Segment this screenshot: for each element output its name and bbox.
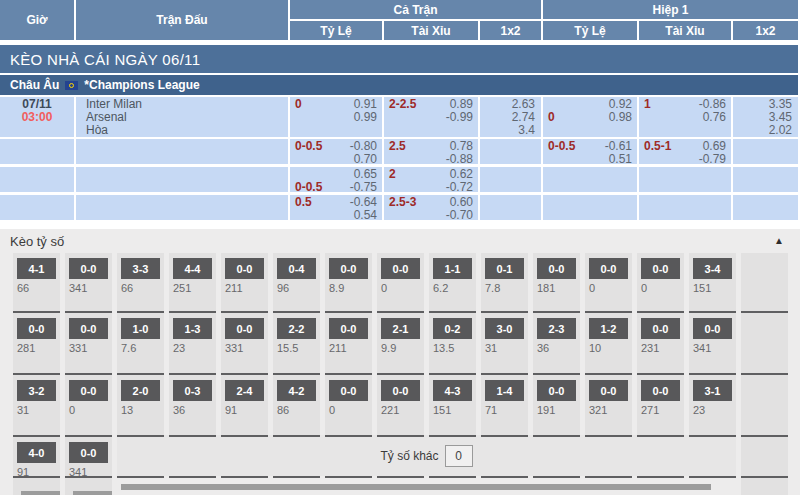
- odds-cell-ft-handicap[interactable]: 0.5-0.640.54: [290, 195, 382, 220]
- score-cell[interactable]: 4-3151: [429, 373, 476, 435]
- score-odds: 0: [641, 282, 684, 294]
- score-odds: 181: [537, 282, 580, 294]
- score-cell[interactable]: 1-16.2: [429, 253, 476, 311]
- score-cell[interactable]: 0-0181: [533, 253, 580, 311]
- score-cell[interactable]: 2-013: [117, 373, 164, 435]
- teams-cell[interactable]: Inter MilanArsenalHòa: [76, 97, 288, 137]
- score-cell[interactable]: 0-0221: [377, 373, 424, 435]
- score-cell[interactable]: 0-0341: [65, 435, 112, 476]
- score-cell[interactable]: 3-123: [689, 373, 736, 435]
- odds-value: 3.4: [480, 124, 535, 137]
- score-cell[interactable]: 0-213.5: [429, 311, 476, 373]
- score-cell[interactable]: 2-215.5: [273, 311, 320, 373]
- score-cell[interactable]: 0-0211: [221, 253, 268, 311]
- odds-cell-ft-1x2[interactable]: 2.632.743.4: [480, 97, 541, 137]
- odds-cell-h1-1x2[interactable]: 3.353.452.02: [733, 97, 798, 137]
- odds-cell-ft-1x2[interactable]: [480, 139, 541, 164]
- score-cell[interactable]: 0-0271: [637, 373, 684, 435]
- odds-cell-h1-handicap[interactable]: 0-0.5-0.610.51: [543, 139, 637, 164]
- score-cell[interactable]: 2-19.9: [377, 311, 424, 373]
- odds-cell-h1-1x2[interactable]: [733, 195, 798, 220]
- score-cell[interactable]: 4-166: [13, 253, 60, 311]
- odds-cell-h1-handicap[interactable]: 0.9200.98: [543, 97, 637, 137]
- odds-cell-h1-handicap[interactable]: [543, 167, 637, 192]
- score-cell[interactable]: 0-00: [325, 373, 372, 435]
- score-box: 4-2: [277, 380, 316, 401]
- match-row: 0.5-0.640.542.5-30.60-0.70: [0, 195, 798, 220]
- other-score-cell[interactable]: Tỷ số khác0: [117, 435, 736, 476]
- score-cell[interactable]: 0-0211: [325, 311, 372, 373]
- odds-cell-ft-overunder[interactable]: 2.5-30.60-0.70: [384, 195, 478, 220]
- score-cell[interactable]: 3-366: [117, 253, 164, 311]
- score-cell[interactable]: 0-0341: [65, 253, 112, 311]
- score-cell[interactable]: 1-07.6: [117, 311, 164, 373]
- handicap-label: 0: [295, 98, 302, 111]
- score-cell[interactable]: 0-0331: [221, 311, 268, 373]
- match-row: 0-0.5-0.800.702.50.78-0.880-0.5-0.610.51…: [0, 139, 798, 164]
- score-cell[interactable]: 2-491: [221, 373, 268, 435]
- score-cell[interactable]: 4-4251: [169, 253, 216, 311]
- odds-cell-ft-overunder[interactable]: 2-2.50.89-0.99: [384, 97, 478, 137]
- odds-cell-ft-overunder[interactable]: 2.50.78-0.88: [384, 139, 478, 164]
- score-cell[interactable]: 1-323: [169, 311, 216, 373]
- score-cell[interactable]: 0-00: [585, 253, 632, 311]
- score-box: 0-0: [589, 380, 628, 401]
- odds-cell-ft-handicap[interactable]: 0-0.5-0.800.70: [290, 139, 382, 164]
- collapse-arrow-icon[interactable]: ▲: [774, 236, 784, 246]
- score-cell[interactable]: 0-00: [65, 373, 112, 435]
- odds-value: -0.72: [446, 181, 473, 192]
- score-cell[interactable]: 0-0321: [585, 373, 632, 435]
- score-cell[interactable]: 0-00: [377, 253, 424, 311]
- odds-line: 0.70: [290, 153, 382, 164]
- score-cell[interactable]: 0-08.9: [325, 253, 372, 311]
- match-time: 03:00: [0, 111, 74, 124]
- score-cell[interactable]: 0-0341: [689, 311, 736, 373]
- score-odds: 211: [329, 342, 372, 354]
- score-box: 3-2: [17, 380, 56, 401]
- odds-cell-h1-overunder[interactable]: [639, 167, 731, 192]
- score-box: 1-2: [589, 318, 628, 339]
- other-score-input[interactable]: 0: [445, 445, 473, 467]
- odds-cell-h1-overunder[interactable]: 1-0.860.76: [639, 97, 731, 137]
- score-odds: 91: [225, 404, 268, 416]
- score-cell[interactable]: 0-336: [169, 373, 216, 435]
- odds-cell-ft-1x2[interactable]: [480, 167, 541, 192]
- score-cell[interactable]: 2-336: [533, 311, 580, 373]
- score-odds: 0: [329, 404, 372, 416]
- score-cell[interactable]: 3-4151: [689, 253, 736, 311]
- score-cell[interactable]: 1-471: [481, 373, 528, 435]
- score-cell[interactable]: 0-496: [273, 253, 320, 311]
- score-odds: 331: [225, 342, 268, 354]
- score-box: 0-0: [537, 380, 576, 401]
- time-cell: [0, 167, 74, 192]
- time-cell: [0, 139, 74, 164]
- league-bar[interactable]: Châu Âu *Champions League: [0, 75, 798, 95]
- score-cell[interactable]: 0-00: [637, 253, 684, 311]
- odds-cell-ft-overunder[interactable]: 20.62-0.72: [384, 167, 478, 192]
- score-cell[interactable]: 1-210: [585, 311, 632, 373]
- score-cell[interactable]: 4-286: [273, 373, 320, 435]
- odds-cell-ft-1x2[interactable]: [480, 195, 541, 220]
- score-cell[interactable]: 0-17.8: [481, 253, 528, 311]
- score-cell[interactable]: 3-231: [13, 373, 60, 435]
- score-cell[interactable]: 4-091: [13, 435, 60, 476]
- odds-cell-ft-handicap[interactable]: 0.650-0.5-0.75: [290, 167, 382, 192]
- teams-cell: [76, 167, 288, 192]
- score-cell[interactable]: 0-0231: [637, 311, 684, 373]
- odds-cell-h1-overunder[interactable]: [639, 195, 731, 220]
- eu-flag-icon: [65, 81, 78, 90]
- score-cell[interactable]: 0-0191: [533, 373, 580, 435]
- date-banner: KÈO NHÀ CÁI NGÀY 06/11: [0, 45, 798, 73]
- score-cell[interactable]: 0-0331: [65, 311, 112, 373]
- score-cell[interactable]: 3-031: [481, 311, 528, 373]
- odds-cell-ft-handicap[interactable]: 00.910.99: [290, 97, 382, 137]
- odds-cell-h1-1x2[interactable]: [733, 139, 798, 164]
- score-odds: 0: [589, 282, 632, 294]
- odds-cell-h1-1x2[interactable]: [733, 167, 798, 192]
- odds-cell-h1-handicap[interactable]: [543, 195, 637, 220]
- handicap-label: 2-2.5: [389, 98, 416, 111]
- odds-cell-h1-overunder[interactable]: 0.5-10.69-0.79: [639, 139, 731, 164]
- score-cell[interactable]: 0-0281: [13, 311, 60, 373]
- handicap-label: 0-0.5: [548, 140, 575, 153]
- score-odds: 7.8: [485, 282, 528, 294]
